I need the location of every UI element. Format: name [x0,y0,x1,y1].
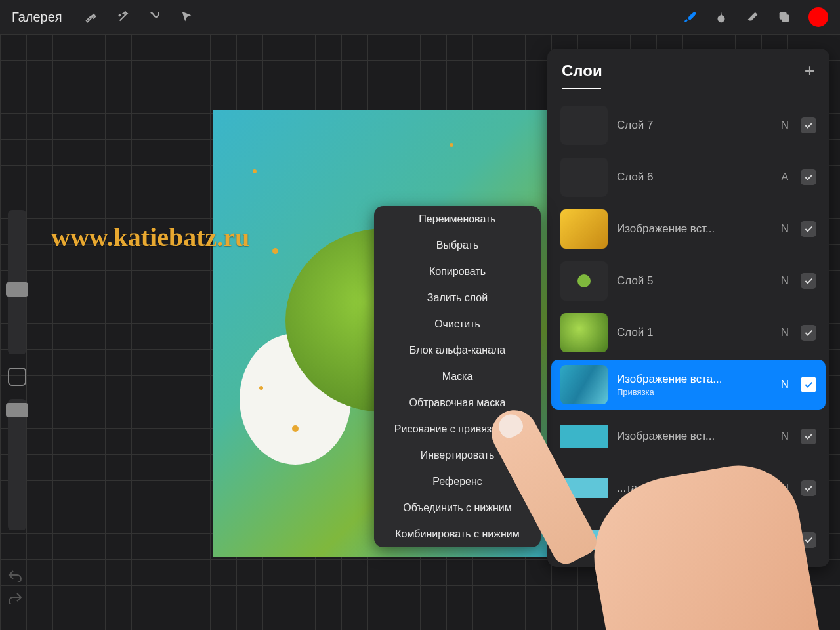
top-toolbar: Галерея [0,0,840,34]
layer-visibility-checkbox[interactable] [801,221,816,237]
layer-row[interactable]: Слой 6A [551,152,826,202]
add-layer-button[interactable]: + [805,60,815,81]
cursor-icon[interactable] [179,10,194,24]
layer-name-label: Изображение вста... [617,373,769,386]
layer-row[interactable]: Слой 7N [551,100,826,150]
layer-name-label: Слой 6 [617,171,769,184]
context-menu-item[interactable]: Залить слой [374,285,541,311]
opacity-slider[interactable] [8,399,26,530]
layer-name-label: Слой 1 [617,326,769,339]
layer-blend-mode[interactable]: N [778,274,791,287]
layer-row[interactable]: Слой 1N [551,308,826,358]
layer-visibility-checkbox[interactable] [801,273,816,289]
context-menu-item[interactable]: Выбрать [374,232,541,259]
color-picker-button[interactable] [808,7,828,27]
undo-button[interactable] [7,569,24,585]
layer-row[interactable]: Изображение вст...N [551,204,826,254]
layer-blend-mode[interactable]: N [778,119,791,132]
brush-icon[interactable] [682,10,697,24]
smudge-icon[interactable] [714,10,728,24]
brush-size-slider[interactable] [8,210,26,354]
layer-thumbnail [560,261,608,301]
context-menu-item[interactable]: Блок альфа-канала [374,337,541,364]
layer-blend-mode[interactable]: A [778,171,791,184]
layers-icon[interactable] [777,10,791,24]
context-menu-item[interactable]: Переименовать [374,206,541,232]
context-menu-item[interactable]: Очистить [374,311,541,337]
left-sidebar [4,210,30,543]
context-menu-item[interactable]: Объединить с нижним [374,495,541,521]
context-menu-item[interactable]: Комбинировать с нижним [374,521,541,547]
selection-icon[interactable] [148,10,162,24]
modify-button[interactable] [8,368,26,386]
redo-button[interactable] [7,591,24,607]
layer-blend-mode[interactable]: N [778,222,791,236]
layer-context-menu: ПереименоватьВыбратьКопироватьЗалить сло… [374,206,541,547]
layer-visibility-checkbox[interactable] [801,117,816,133]
context-menu-item[interactable]: Копировать [374,259,541,285]
layer-thumbnail [560,106,608,145]
layer-visibility-checkbox[interactable] [801,169,816,185]
layer-thumbnail [560,209,608,249]
layer-blend-mode[interactable]: N [778,326,791,339]
layer-name-label: Слой 7 [617,119,769,132]
svg-rect-1 [782,14,789,22]
eraser-icon[interactable] [746,10,760,24]
layers-panel-title: Слои [562,62,602,80]
watermark-text: www.katiebatz.ru [51,222,249,253]
layer-visibility-checkbox[interactable] [801,325,816,341]
layer-visibility-checkbox[interactable] [801,377,816,392]
hand-illustration [532,394,807,630]
gallery-button[interactable]: Галерея [12,10,62,25]
layer-blend-mode[interactable]: N [778,378,791,391]
wrench-icon[interactable] [85,10,99,24]
layer-name-label: Слой 5 [617,274,769,287]
magic-wand-icon[interactable] [116,10,131,24]
layer-thumbnail [560,313,608,352]
layer-row[interactable]: Слой 5N [551,256,826,306]
context-menu-item[interactable]: Маска [374,364,541,390]
layer-name-label: Изображение вст... [617,222,769,236]
layer-thumbnail [560,158,608,197]
